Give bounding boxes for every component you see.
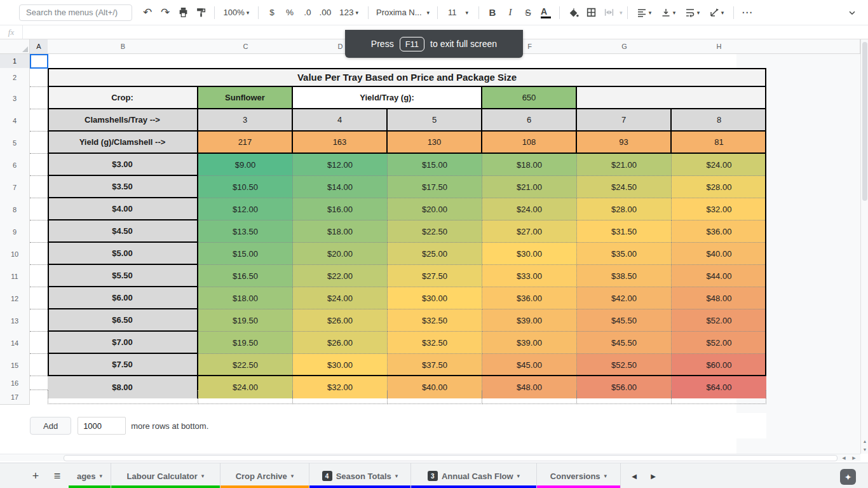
cell-G6[interactable]: $21.00 xyxy=(577,154,672,176)
cell-E9[interactable]: $22.50 xyxy=(388,220,482,243)
cell-C17[interactable] xyxy=(198,390,293,404)
cell-D5[interactable]: 163 xyxy=(293,132,388,154)
vertical-scrollbar-thumb[interactable] xyxy=(862,42,867,201)
cell-G5[interactable]: 93 xyxy=(577,132,672,154)
cell-D3[interactable]: Yield/Tray (g): xyxy=(293,87,482,109)
chevron-down-icon[interactable]: ▾ xyxy=(100,473,103,479)
row-header-12[interactable]: 12 xyxy=(0,287,30,310)
cell-G4[interactable]: 7 xyxy=(577,109,672,132)
cell-C13[interactable]: $19.50 xyxy=(198,309,293,332)
cell-C11[interactable]: $16.50 xyxy=(198,265,293,287)
cell-F10[interactable]: $30.00 xyxy=(482,243,577,265)
row-header-7[interactable]: 7 xyxy=(0,176,30,199)
format-currency-button[interactable]: $ xyxy=(264,4,280,21)
cell-B11[interactable]: $5.50 xyxy=(48,265,198,287)
undo-button[interactable]: ↶ xyxy=(139,4,156,21)
row-header-11[interactable]: 11 xyxy=(0,265,30,288)
more-options-button[interactable]: ⋯ xyxy=(739,4,756,21)
font-size-selector[interactable]: 11 ▾ xyxy=(443,4,473,21)
cell-H9[interactable]: $36.00 xyxy=(672,220,766,243)
cell-D4[interactable]: 4 xyxy=(293,109,388,132)
column-header-G[interactable]: G xyxy=(577,39,672,54)
row-header-15[interactable]: 15 xyxy=(0,354,30,377)
cell-G17[interactable] xyxy=(577,390,672,404)
rows-count-input[interactable] xyxy=(78,417,126,435)
cell-H10[interactable]: $40.00 xyxy=(672,243,766,265)
row-header-14[interactable]: 14 xyxy=(0,332,30,355)
cell-B15[interactable]: $7.50 xyxy=(48,354,198,376)
cell-G9[interactable]: $31.50 xyxy=(577,220,672,243)
cell-E11[interactable]: $27.50 xyxy=(388,265,482,287)
cell-G7[interactable]: $24.50 xyxy=(577,176,672,198)
cell-D9[interactable]: $18.00 xyxy=(293,220,388,243)
column-header-H[interactable]: H xyxy=(672,39,767,54)
number-format-button[interactable]: 123 ▾ xyxy=(335,4,363,21)
cell-B3[interactable]: Crop: xyxy=(48,87,198,109)
zoom-selector[interactable]: 100% ▾ xyxy=(220,4,253,21)
sheet-tab-conversions[interactable]: Conversions▾ xyxy=(537,463,621,488)
cell-D8[interactable]: $16.00 xyxy=(293,198,388,220)
cell-B9[interactable]: $4.50 xyxy=(48,220,198,243)
cell-C15[interactable]: $22.50 xyxy=(198,354,293,376)
redo-button[interactable]: ↷ xyxy=(157,4,173,21)
cell-F7[interactable]: $21.00 xyxy=(482,176,577,198)
cell-H13[interactable]: $52.00 xyxy=(672,309,766,332)
cell-H14[interactable]: $52.00 xyxy=(672,332,766,354)
cell-H8[interactable]: $32.00 xyxy=(672,198,766,220)
cell-C5[interactable]: 217 xyxy=(198,132,293,154)
text-rotation-button[interactable]: ▾ xyxy=(705,4,728,21)
cell-B2[interactable]: Value Per Tray Based on Price and Packag… xyxy=(48,68,766,87)
row-header-3[interactable]: 3 xyxy=(0,87,30,110)
cell-D13[interactable]: $26.00 xyxy=(293,309,388,332)
increase-decimals-button[interactable]: .00 xyxy=(317,4,334,21)
tab-scroll-left-icon[interactable]: ◀ xyxy=(627,468,642,484)
sheet-tab-crop-archive[interactable]: Crop Archive▾ xyxy=(220,463,309,488)
cell-B13[interactable]: $6.50 xyxy=(48,309,198,332)
horizontal-align-button[interactable]: ▾ xyxy=(633,4,656,21)
cell-D14[interactable]: $26.00 xyxy=(293,332,388,354)
sheet-tab-annual-cash-flow[interactable]: 3Annual Cash Flow▾ xyxy=(411,463,537,488)
cell-B4[interactable]: Clamshells/Tray --> xyxy=(48,109,198,132)
cell-F9[interactable]: $27.00 xyxy=(482,220,577,243)
cell-G12[interactable]: $42.00 xyxy=(577,287,672,309)
cell-E14[interactable]: $32.50 xyxy=(388,332,482,354)
cell-F12[interactable]: $36.00 xyxy=(482,287,577,309)
horizontal-scrollbar[interactable]: ◀ ▶ xyxy=(0,454,860,461)
cell-G11[interactable]: $38.50 xyxy=(577,265,672,287)
cell-E13[interactable]: $32.50 xyxy=(388,309,482,332)
borders-button[interactable] xyxy=(583,4,599,21)
row-header-6[interactable]: 6 xyxy=(0,154,30,177)
row-header-16[interactable]: 16 xyxy=(0,376,30,391)
cell-B17[interactable] xyxy=(48,390,198,404)
cell-E15[interactable]: $37.50 xyxy=(388,354,482,376)
add-sheet-button[interactable]: + xyxy=(28,468,43,484)
scroll-right-icon[interactable]: ▶ xyxy=(850,454,858,462)
cell-H6[interactable]: $24.00 xyxy=(672,154,766,176)
cell-G14[interactable]: $45.50 xyxy=(577,332,672,354)
row-header-4[interactable]: 4 xyxy=(0,109,30,132)
cell-D6[interactable]: $12.00 xyxy=(293,154,388,176)
cell-F17[interactable] xyxy=(482,390,577,404)
fill-color-button[interactable] xyxy=(565,4,581,21)
cell-B14[interactable]: $7.00 xyxy=(48,332,198,354)
strikethrough-button[interactable]: S xyxy=(520,4,536,21)
cell-D12[interactable]: $24.00 xyxy=(293,287,388,309)
column-header-A[interactable]: A xyxy=(30,39,48,54)
all-sheets-button[interactable]: ≡ xyxy=(50,468,65,484)
cell-F13[interactable]: $39.00 xyxy=(482,309,577,332)
chevron-down-icon[interactable]: ▾ xyxy=(604,473,607,479)
row-header-8[interactable]: 8 xyxy=(0,198,30,221)
cell-F6[interactable]: $18.00 xyxy=(482,154,577,176)
cell-D10[interactable]: $20.00 xyxy=(293,243,388,265)
cell-D7[interactable]: $14.00 xyxy=(293,176,388,198)
cell-D11[interactable]: $22.00 xyxy=(293,265,388,287)
cell-H11[interactable]: $44.00 xyxy=(672,265,766,287)
sheet-tab-season-totals[interactable]: 4Season Totals▾ xyxy=(309,463,411,488)
chevron-down-icon[interactable]: ▾ xyxy=(201,473,205,479)
row-header-13[interactable]: 13 xyxy=(0,309,30,332)
sheet-tab-labour-calculator[interactable]: Labour Calculator▾ xyxy=(111,463,220,488)
sheet-tab-ages[interactable]: ages▾ xyxy=(69,463,111,488)
cell-E5[interactable]: 130 xyxy=(388,132,482,154)
format-percent-button[interactable]: % xyxy=(281,4,298,21)
cell-E7[interactable]: $17.50 xyxy=(388,176,482,198)
